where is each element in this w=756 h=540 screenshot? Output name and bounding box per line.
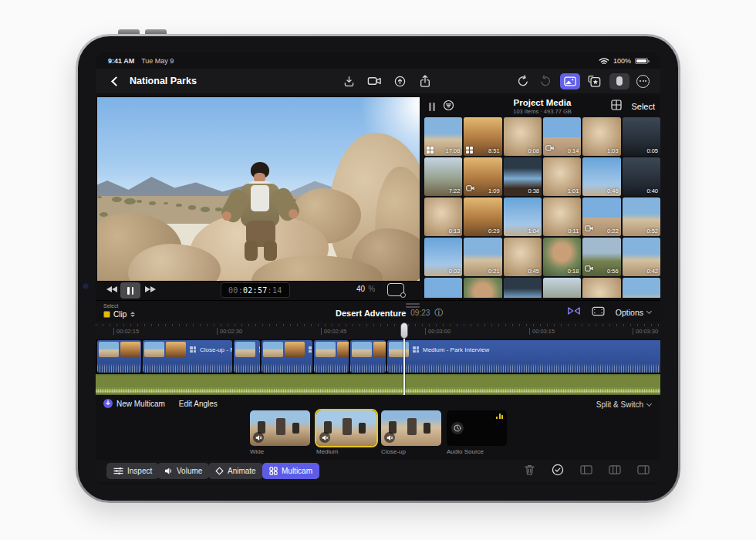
media-thumb[interactable]: 0:52 <box>623 197 660 236</box>
timeline-clip[interactable]: W <box>262 340 312 373</box>
media-thumb[interactable]: 7:22 <box>424 157 462 196</box>
media-thumb[interactable]: 0:13 <box>424 197 462 236</box>
media-thumb[interactable] <box>424 278 462 298</box>
select-button[interactable]: Select <box>631 102 655 111</box>
clip-duration: 0:42 <box>646 268 658 275</box>
media-thumb[interactable]: 0:22 <box>582 197 620 236</box>
viewer[interactable] <box>97 96 420 282</box>
media-thumb[interactable]: 0:40 <box>623 157 660 196</box>
timeline-clip[interactable]: Cl <box>350 340 386 373</box>
clip-label: Close-up - Park Interview <box>200 346 232 353</box>
media-thumb[interactable]: 1:03 <box>582 117 620 156</box>
media-thumb[interactable]: 0:46 <box>582 157 620 196</box>
media-thumb[interactable] <box>623 278 660 298</box>
audio-waveform <box>97 363 141 373</box>
wifi-icon <box>599 57 609 66</box>
bottom-toolbar: InspectVolumeAnimateMulticam <box>96 461 660 482</box>
new-multicam-button[interactable]: + New Multicam <box>103 399 165 408</box>
clip-duration: 0:52 <box>646 228 658 235</box>
clip-label: Medium - Park Interview <box>423 346 489 353</box>
media-thumb[interactable] <box>543 278 581 298</box>
approve-icon[interactable] <box>552 464 564 479</box>
timeline-clip[interactable] <box>314 340 349 373</box>
media-thumb[interactable]: 0:02 <box>424 238 462 276</box>
volume-button[interactable]: Volume <box>157 463 209 479</box>
media-thumb[interactable]: 17:08 <box>424 117 462 156</box>
main-toolbar: National Parks <box>96 69 660 93</box>
volume-up-button[interactable] <box>118 29 140 34</box>
timecode-frames: :14 <box>268 286 282 295</box>
button-label: Volume <box>177 467 202 475</box>
timeline-clip[interactable]: Clo <box>97 340 141 373</box>
multicam-button[interactable]: Multicam <box>262 463 319 479</box>
ruler-label: 00:02:30 <box>217 328 242 335</box>
angle-viewer-icon[interactable] <box>567 305 581 319</box>
clip-browser-icon[interactable] <box>592 305 605 319</box>
edit-angles-button[interactable]: Edit Angles <box>179 400 218 408</box>
media-thumb[interactable]: 1:09 <box>464 157 501 196</box>
media-panel: Project Media 103 Items · 493.77 GB Sele… <box>423 96 660 299</box>
timeline-clip[interactable]: Close-up - Park Interview <box>143 340 232 373</box>
display-options-icon[interactable] <box>387 283 404 296</box>
clip-tool-selector[interactable]: Clip <box>103 310 135 319</box>
media-thumb[interactable] <box>504 278 542 298</box>
jog-wheel-icon[interactable] <box>392 73 407 89</box>
media-thumb[interactable]: 0:05 <box>623 117 660 156</box>
volume-down-button[interactable] <box>145 29 167 34</box>
multicam-angle-audio-source[interactable] <box>447 410 507 446</box>
playhead-handle[interactable] <box>400 322 408 339</box>
media-thumb[interactable]: 0:08 <box>504 117 542 156</box>
ruler-label: 00:03:30 <box>633 328 658 335</box>
pause-button[interactable] <box>120 282 140 299</box>
media-thumb[interactable]: 8:51 <box>464 117 501 156</box>
animate-button[interactable]: Animate <box>208 463 263 479</box>
audio-track[interactable] <box>96 374 660 395</box>
media-thumb[interactable]: 1:01 <box>543 157 581 196</box>
media-thumb[interactable]: 1:04 <box>504 197 542 236</box>
skip-back-icon[interactable] <box>106 286 117 292</box>
media-thumb[interactable]: 0:14 <box>543 117 581 156</box>
timeline-tracks: CloClose-up - Park InterviewWClMedium - … <box>96 339 660 395</box>
camera-icon[interactable] <box>366 73 382 89</box>
skip-forward-icon[interactable] <box>145 286 156 292</box>
import-icon[interactable] <box>341 73 356 89</box>
clip-thumbnail <box>352 342 372 357</box>
media-thumb[interactable]: 0:45 <box>504 238 542 276</box>
front-camera <box>84 285 87 288</box>
multicam-angle-wide[interactable] <box>250 410 310 446</box>
undo-icon[interactable] <box>515 73 531 89</box>
multicam-angle-medium[interactable] <box>316 410 376 446</box>
media-thumb[interactable]: 0:21 <box>464 238 501 276</box>
speed-indicator[interactable]: 40% <box>356 285 375 293</box>
inspect-button[interactable]: Inspect <box>106 463 159 479</box>
timecode-display[interactable]: 00:02:57:14 <box>221 282 290 298</box>
media-thumb[interactable]: 0:11 <box>543 197 581 236</box>
media-thumb[interactable]: 0:38 <box>504 157 542 196</box>
clip-duration: 0:38 <box>528 187 539 194</box>
timeline-resize-handle[interactable] <box>406 303 420 305</box>
clip-tool-label: Clip <box>113 310 127 319</box>
timeline-clip[interactable] <box>234 340 260 373</box>
share-icon[interactable] <box>417 73 433 89</box>
media-thumb[interactable]: 0:29 <box>464 197 501 236</box>
split-switch-selector[interactable]: Split & Switch <box>596 400 651 409</box>
media-thumb[interactable]: 0:42 <box>623 238 660 276</box>
inspector-button[interactable] <box>609 73 629 89</box>
grid-view-icon[interactable] <box>611 100 622 113</box>
delete-icon <box>524 464 535 479</box>
effects-browser-icon[interactable] <box>587 73 602 89</box>
options-button[interactable]: Options <box>616 308 651 317</box>
multicam-badge-icon <box>427 147 434 154</box>
inspector-pill-icon <box>616 76 623 86</box>
multicam-angle-close-up[interactable] <box>381 410 441 446</box>
media-thumb[interactable] <box>582 278 620 298</box>
more-menu-icon[interactable] <box>636 75 650 88</box>
info-icon[interactable]: ⓘ <box>434 307 443 319</box>
back-button[interactable] <box>111 76 121 86</box>
media-thumb[interactable]: 0:56 <box>582 238 620 276</box>
media-thumb[interactable] <box>464 278 501 298</box>
media-browser-button[interactable] <box>560 73 580 89</box>
media-thumb[interactable]: 0:18 <box>543 238 581 276</box>
timeline-ruler[interactable]: 00:02:1500:02:3000:02:4500:03:0000:03:15… <box>96 322 660 339</box>
timeline-clip[interactable]: Medium - Park Interview <box>387 340 660 373</box>
